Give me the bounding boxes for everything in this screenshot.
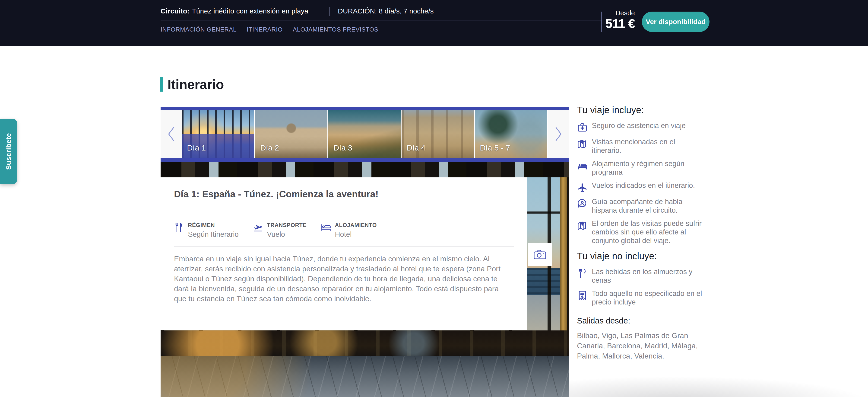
day-carousel: Día 1Día 2Día 3Día 4Día 5 - 7: [161, 107, 569, 162]
sidebar-list-item: Visitas mencionadas en el itinerario.: [577, 138, 713, 155]
day-tile-label: Día 5 - 7: [480, 143, 510, 152]
subscribe-tab[interactable]: Suscríbete: [0, 119, 17, 184]
duration-text: DURACIÓN: 8 día/s, 7 noche/s: [338, 6, 434, 16]
sidebar-item-text: Todo aquello no especificado en el preci…: [592, 289, 704, 306]
bottom-shadow: [569, 376, 868, 397]
day-info-item: RÉGIMENSegún Itinerario: [174, 222, 239, 238]
nav-link-itinerario[interactable]: ITINERARIO: [247, 26, 283, 33]
carousel-day-tile[interactable]: Día 3: [328, 110, 401, 159]
sidebar-list-item: Las bebidas en los almuerzos y cenas: [577, 267, 713, 285]
includes-title: Tu viaje incluye:: [577, 105, 713, 115]
header-rule: [161, 20, 602, 20]
info-value: Hotel: [335, 230, 377, 238]
card-divider: [174, 246, 514, 247]
bed-icon: [321, 222, 331, 233]
day-tile-label: Día 1: [187, 143, 206, 152]
photo-seating: [161, 331, 569, 356]
photo-floor: [161, 356, 569, 397]
chevron-left-icon: [167, 126, 176, 142]
nav-link-alojamientos-previstos[interactable]: ALOJAMIENTOS PREVISTOS: [293, 26, 378, 33]
departures-text: Bilbao, Vigo, Las Palmas de Gran Canaria…: [577, 331, 710, 361]
plane-takeoff-icon: [253, 222, 263, 233]
sidebar-list-item: Todo aquello no especificado en el preci…: [577, 289, 713, 306]
circuit-title: Circuito:Túnez inédito con extensión en …: [161, 6, 308, 16]
guide-speech-icon: [577, 198, 588, 209]
carousel-day-tile[interactable]: Día 2: [255, 110, 328, 159]
circuit-value: Túnez inédito con extensión en playa: [192, 7, 308, 15]
photo-gold-pillar: [560, 177, 567, 331]
info-label: ALOJAMIENTO: [335, 222, 377, 228]
sidebar-list-item: Seguro de asistencia en viaje: [577, 121, 713, 133]
carousel-day-tile[interactable]: Día 4: [402, 110, 474, 159]
day-info-item: TRANSPORTEVuelo: [253, 222, 307, 238]
sidebar-list-item: El orden de las visitas puede sufrir cam…: [577, 219, 713, 245]
carousel-bottom-bar: [161, 159, 569, 162]
day-detail-card: Día 1: España - Túnez. ¡Comienza la aven…: [161, 177, 527, 330]
day-tile-label: Día 2: [260, 143, 279, 152]
carousel-next-button[interactable]: [548, 110, 569, 159]
receipt-icon: [577, 290, 588, 301]
sidebar-item-text: El orden de las visitas puede sufrir cam…: [592, 219, 704, 245]
carousel-top-bar: [161, 107, 569, 110]
photo-top-frame: [161, 162, 569, 177]
subscribe-tab-label: Suscríbete: [5, 133, 12, 170]
chevron-right-icon: [554, 126, 563, 142]
day-tile-label: Día 3: [334, 143, 352, 152]
page-title: Itinerario: [167, 77, 224, 92]
carousel-prev-button[interactable]: [161, 110, 182, 159]
excludes-list: Las bebidas en los almuerzos y cenasTodo…: [577, 267, 713, 306]
departures-title: Salidas desde:: [577, 316, 713, 325]
camera-icon: [533, 249, 547, 260]
sidebar-item-text: Guía acompañante de habla hispana durant…: [592, 197, 704, 215]
card-divider: [174, 212, 514, 212]
sidebar-item-text: Vuelos indicados en el itinerario.: [592, 181, 695, 190]
section-title-block: Itinerario: [160, 77, 224, 92]
sidebar-list-item: Vuelos indicados en el itinerario.: [577, 181, 713, 193]
header-separator: [330, 7, 330, 16]
sticky-header: Circuito:Túnez inédito con extensión en …: [0, 0, 868, 46]
page: Circuito:Túnez inédito con extensión en …: [0, 0, 868, 397]
info-label: TRANSPORTE: [267, 222, 307, 228]
sidebar-item-text: Visitas mencionadas en el itinerario.: [592, 138, 704, 155]
day-title: Día 1: España - Túnez. ¡Comienza la aven…: [174, 189, 379, 199]
includes-list: Seguro de asistencia en viajeVisitas men…: [577, 121, 713, 245]
header-price-divider: [601, 11, 601, 32]
day-description: Embarca en un viaje sin igual hacia Túne…: [174, 254, 513, 304]
carousel-track: Día 1Día 2Día 3Día 4Día 5 - 7: [182, 110, 548, 159]
bed-solid-icon: [577, 160, 588, 171]
info-value: Según Itinerario: [188, 230, 239, 238]
availability-button[interactable]: Ver disponibilidad: [642, 11, 710, 32]
carousel-day-tile[interactable]: Día 5 - 7: [475, 110, 547, 159]
trip-sidebar: Tu viaje incluye: Seguro de asistencia e…: [577, 105, 713, 361]
circuit-label: Circuito:: [161, 7, 190, 15]
sidebar-item-text: Alojamiento y régimen según programa: [592, 159, 704, 176]
medical-kit-icon: [577, 122, 588, 133]
info-label: RÉGIMEN: [188, 222, 239, 228]
day-tile-label: Día 4: [407, 143, 426, 152]
utensils-icon: [577, 268, 588, 279]
info-value: Vuelo: [267, 230, 307, 238]
sidebar-list-item: Guía acompañante de habla hispana durant…: [577, 197, 713, 215]
price-amount: 511 €: [602, 17, 635, 30]
price-from-label: Desde: [602, 9, 635, 17]
map-pin-icon: [577, 220, 588, 231]
price-block: Desde 511 €: [602, 9, 635, 30]
plane-solid-icon: [577, 182, 588, 193]
utensils-icon: [174, 222, 184, 233]
carousel-day-tile[interactable]: Día 1: [182, 110, 254, 159]
excludes-title: Tu viaje no incluye:: [577, 251, 713, 261]
map-pin-icon: [577, 138, 588, 149]
nav-link-informaci-n-general[interactable]: INFORMACIÓN GENERAL: [161, 26, 237, 33]
section-accent-bar: [160, 77, 163, 92]
photo-frame-edge: [567, 162, 569, 331]
sidebar-item-text: Seguro de asistencia en viaje: [592, 121, 686, 130]
sidebar-list-item: Alojamiento y régimen según programa: [577, 159, 713, 176]
day-info-item: ALOJAMIENTOHotel: [321, 222, 377, 238]
gallery-camera-button[interactable]: [528, 243, 552, 266]
header-nav: INFORMACIÓN GENERALITINERARIOALOJAMIENTO…: [161, 26, 378, 33]
sidebar-item-text: Las bebidas en los almuerzos y cenas: [592, 267, 704, 285]
day-info-row: RÉGIMENSegún ItinerarioTRANSPORTEVueloAL…: [174, 222, 377, 238]
